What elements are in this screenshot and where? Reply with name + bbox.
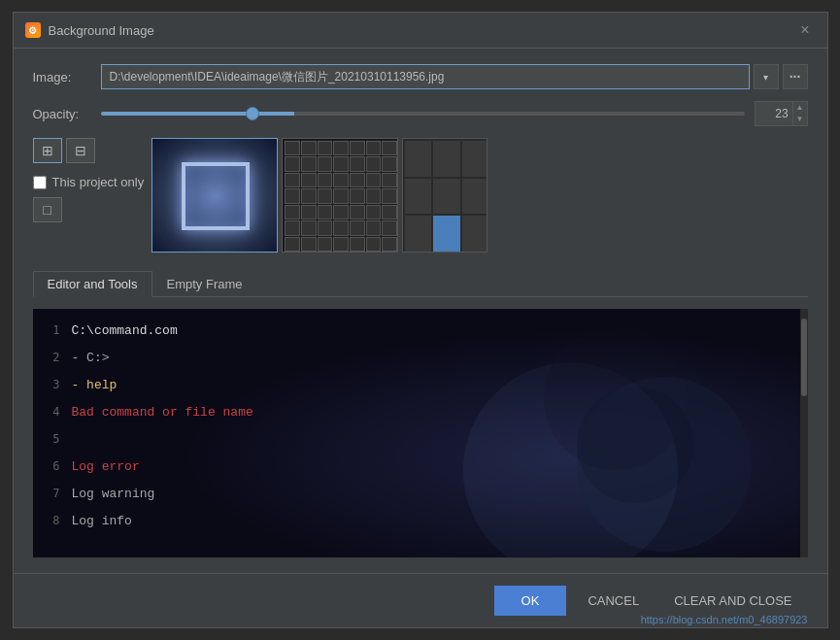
grid-cell bbox=[382, 205, 397, 219]
code-line: 8 Log info bbox=[33, 507, 800, 534]
preview-blur-item[interactable] bbox=[151, 138, 278, 253]
square-cell bbox=[405, 216, 431, 252]
grid-cell bbox=[350, 173, 365, 187]
grid-cell bbox=[350, 141, 365, 155]
grid-cell bbox=[318, 205, 333, 219]
square-cell bbox=[462, 141, 487, 177]
grid-cell bbox=[285, 205, 300, 219]
preview-grid-item[interactable] bbox=[282, 138, 398, 253]
close-button[interactable]: × bbox=[794, 20, 815, 40]
spinner-down-button[interactable]: ▼ bbox=[793, 114, 807, 125]
layout-rows-button[interactable]: ⊟ bbox=[66, 138, 95, 163]
square-cell bbox=[462, 216, 487, 252]
code-lines: 1 C:\command.com 2 - C:> 3 - help 4 Bad … bbox=[33, 309, 800, 557]
grid-cell bbox=[366, 188, 382, 203]
grid-cell bbox=[382, 141, 397, 155]
grid-cell bbox=[333, 220, 349, 235]
square-cell bbox=[433, 141, 459, 177]
grid-cell bbox=[382, 156, 397, 171]
project-only-checkbox[interactable] bbox=[33, 176, 47, 189]
grid-cell bbox=[350, 237, 365, 252]
code-line: 2 - C:> bbox=[33, 344, 800, 371]
grid-cell bbox=[382, 173, 397, 187]
preview-grid bbox=[283, 139, 398, 253]
checkbox-container: This project only bbox=[33, 175, 145, 189]
grid-cell bbox=[318, 220, 333, 235]
opacity-slider[interactable] bbox=[101, 112, 745, 116]
code-line: 3 - help bbox=[33, 371, 800, 398]
spinner-up-button[interactable]: ▲ bbox=[793, 102, 807, 114]
grid-cell bbox=[382, 220, 397, 235]
grid-cell bbox=[366, 141, 382, 155]
preview-squares-item[interactable] bbox=[402, 138, 487, 253]
dropdown-button[interactable]: ▾ bbox=[754, 64, 779, 89]
dialog-footer: OK CANCEL CLEAR AND CLOSE https://blog.c… bbox=[14, 573, 827, 627]
line-content: - help bbox=[72, 372, 118, 399]
grid-cell bbox=[285, 173, 300, 187]
grid-cell bbox=[366, 205, 382, 219]
browse-button[interactable]: ··· bbox=[783, 64, 808, 89]
line-content: Log warning bbox=[72, 481, 155, 508]
grid-cell bbox=[366, 237, 382, 252]
line-content: Log error bbox=[72, 454, 140, 481]
line-number: 4 bbox=[33, 398, 72, 425]
grid-cell bbox=[318, 156, 333, 171]
dialog-title: Background Image bbox=[49, 23, 154, 38]
opacity-value: 23 bbox=[756, 101, 792, 126]
square-cell bbox=[433, 179, 459, 215]
opacity-slider-container bbox=[101, 112, 745, 116]
preview-images-container bbox=[151, 138, 807, 254]
preview-area: ⊞ ⊟ This project only □ bbox=[33, 138, 808, 254]
line-number: 6 bbox=[33, 453, 72, 480]
line-content: Bad command or file name bbox=[72, 399, 253, 426]
grid-cell bbox=[382, 237, 397, 252]
tab-editor-tools[interactable]: Editor and Tools bbox=[33, 271, 152, 297]
grid-cell bbox=[350, 220, 365, 235]
background-image-dialog: ⚙ Background Image × Image: ▾ ··· Opacit… bbox=[13, 12, 828, 628]
tabs-container: Editor and Tools Empty Frame bbox=[33, 270, 808, 297]
line-number: 5 bbox=[33, 425, 72, 453]
app-icon: ⚙ bbox=[25, 22, 41, 38]
code-line: 6 Log error bbox=[33, 453, 800, 480]
grid-cell bbox=[366, 156, 382, 171]
grid-cell bbox=[301, 188, 317, 203]
preview-left-col: ⊞ ⊟ This project only □ bbox=[33, 138, 145, 222]
grid-cell bbox=[333, 237, 349, 252]
checkbox-row: This project only bbox=[33, 175, 145, 189]
center-icon-button[interactable]: □ bbox=[33, 197, 62, 222]
line-number: 1 bbox=[33, 317, 72, 344]
grid-cell bbox=[285, 237, 300, 252]
layout-columns-button[interactable]: ⊞ bbox=[33, 138, 62, 163]
grid-cell bbox=[285, 220, 300, 235]
grid-cell bbox=[285, 141, 300, 155]
code-line: 7 Log warning bbox=[33, 480, 800, 507]
grid-cell bbox=[382, 188, 397, 203]
code-line: 4 Bad command or file name bbox=[33, 398, 800, 425]
clear-button[interactable]: CLEAR AND CLOSE bbox=[658, 586, 807, 616]
square-cell bbox=[462, 179, 487, 215]
grid-cell bbox=[318, 237, 333, 252]
scrollbar[interactable] bbox=[800, 309, 808, 557]
line-number: 3 bbox=[33, 371, 72, 398]
grid-cell bbox=[318, 141, 333, 155]
title-bar-left: ⚙ Background Image bbox=[25, 22, 154, 38]
grid-cell bbox=[301, 205, 317, 219]
grid-cell bbox=[366, 173, 382, 187]
layout-buttons-row: ⊞ ⊟ bbox=[33, 138, 95, 163]
preview-squares bbox=[403, 139, 487, 253]
line-number: 8 bbox=[33, 507, 72, 534]
grid-cell bbox=[301, 220, 317, 235]
ok-button[interactable]: OK bbox=[494, 586, 567, 616]
line-number: 7 bbox=[33, 480, 72, 507]
cancel-button[interactable]: CANCEL bbox=[568, 586, 658, 616]
grid-cell bbox=[350, 205, 365, 219]
square-cell bbox=[405, 179, 431, 215]
tab-empty-frame[interactable]: Empty Frame bbox=[152, 271, 257, 297]
code-preview: 1 C:\command.com 2 - C:> 3 - help 4 Bad … bbox=[33, 309, 808, 557]
grid-cell bbox=[350, 188, 365, 203]
image-path-input[interactable] bbox=[101, 64, 750, 89]
scrollbar-thumb bbox=[801, 319, 807, 396]
line-content: - C:> bbox=[72, 345, 110, 372]
grid-cell bbox=[333, 156, 349, 171]
grid-cell bbox=[333, 205, 349, 219]
